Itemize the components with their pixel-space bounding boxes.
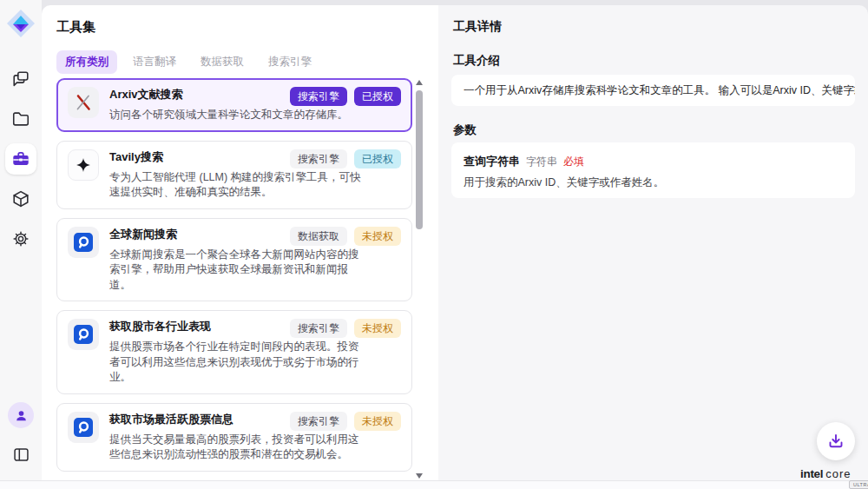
card-content: 全球新闻搜索 数据获取 未授权 全球新闻搜索是一个聚合全球各大新闻网站内容的搜索… [109, 227, 401, 294]
detail-title: 工具详情 [453, 19, 502, 35]
tool-card-tavily[interactable]: Tavily搜索 搜索引擎 已授权 专为人工智能代理 (LLM) 构建的搜索引擎… [56, 141, 412, 209]
arxiv-logo-icon [68, 87, 99, 118]
tool-name: 全球新闻搜索 [109, 227, 177, 241]
param-type: 字符串 [526, 155, 557, 169]
tool-card-stock-sectors[interactable]: 获取股市各行业表现 搜索引擎 未授权 提供股票市场各个行业在特定时间段内的表现。… [56, 310, 412, 394]
scroll-up-arrow-icon[interactable] [416, 80, 423, 85]
category-badge: 搜索引擎 [290, 412, 347, 431]
app-logo-icon [5, 8, 36, 39]
params-heading: 参数 [453, 122, 477, 138]
tool-name: Arxiv文献搜索 [109, 87, 183, 102]
tool-intro-box: 一个用于从Arxiv存储库搜索科学论文和文章的工具。 输入可以是Arxiv ID… [451, 75, 855, 106]
tool-card-arxiv[interactable]: Arxiv文献搜索 搜索引擎 已授权 访问各个研究领域大量科学论文和文章的存储库… [56, 78, 412, 132]
param-description: 用于搜索的Arxiv ID、关键字或作者姓名。 [464, 175, 843, 190]
bottom-edge-strip [0, 480, 868, 489]
page-title: 工具集 [56, 19, 95, 36]
download-icon [827, 433, 845, 450]
card-content: 获取市场最活跃股票信息 搜索引擎 未授权 提供当天交易量最高的股票列表，投资者可… [109, 412, 401, 463]
param-required-label: 必填 [563, 155, 584, 169]
tool-card-active-stocks[interactable]: 获取市场最活跃股票信息 搜索引擎 未授权 提供当天交易量最高的股票列表，投资者可… [56, 403, 412, 472]
user-avatar[interactable] [8, 402, 34, 428]
sidebar [0, 0, 42, 480]
tool-name: 获取股市各行业表现 [109, 319, 211, 334]
sidebar-item-tools[interactable] [5, 143, 36, 175]
gear-icon [11, 229, 30, 248]
tool-description: 提供股票市场各个行业在特定时间段内的表现。投资者可以利用这些信息来识别表现优于或… [109, 340, 363, 386]
intel-brand-text: intel [800, 467, 823, 480]
tool-intro-text: 一个用于从Arxiv存储库搜索科学论文和文章的工具。 输入可以是Arxiv ID… [464, 83, 855, 98]
list-scrollbar[interactable] [415, 78, 424, 480]
tab-data-fetching[interactable]: 数据获取 [192, 50, 253, 74]
ultra-badge: ultra [849, 480, 868, 489]
tool-card-global-news[interactable]: 全球新闻搜索 数据获取 未授权 全球新闻搜索是一个聚合全球各大新闻网站内容的搜索… [56, 218, 412, 302]
sparkle-icon [68, 149, 99, 181]
category-badge: 搜索引擎 [290, 149, 347, 169]
sidebar-item-chat[interactable] [5, 63, 36, 95]
sidebar-item-panel-toggle[interactable] [5, 439, 36, 470]
category-tabs: 所有类别 语言翻译 数据获取 搜索引擎 [56, 50, 320, 74]
tab-language-translation[interactable]: 语言翻译 [124, 50, 185, 74]
chat-icon [11, 69, 30, 89]
param-name: 查询字符串 [464, 154, 520, 169]
scroll-down-arrow-icon[interactable] [416, 473, 423, 479]
tool-name: 获取市场最活跃股票信息 [109, 412, 233, 426]
scrollbar-thumb[interactable] [416, 90, 423, 229]
panel-layout-icon [12, 446, 30, 464]
category-badge: 搜索引擎 [290, 87, 347, 106]
category-badge: 搜索引擎 [290, 319, 347, 338]
toolbox-icon [11, 149, 30, 169]
tool-list-panel: 工具集 所有类别 语言翻译 数据获取 搜索引擎 Arxiv文献搜索 搜索引擎 已… [42, 5, 438, 480]
q-search-icon [68, 227, 99, 258]
q-search-icon [68, 319, 99, 350]
auth-status-badge: 已授权 [354, 87, 401, 106]
tool-description: 提供当天交易量最高的股票列表，投资者可以利用这些信息来识别流动性强的股票和潜在的… [109, 433, 363, 463]
sidebar-item-settings[interactable] [5, 223, 36, 254]
download-button[interactable] [817, 422, 855, 460]
auth-status-badge: 已授权 [354, 149, 401, 169]
tab-search-engine[interactable]: 搜索引擎 [260, 50, 320, 74]
core-brand-text: core [825, 467, 851, 480]
tool-card-list: Arxiv文献搜索 搜索引擎 已授权 访问各个研究领域大量科学论文和文章的存储库… [56, 78, 412, 480]
folder-icon [11, 109, 30, 129]
q-search-icon [68, 412, 99, 443]
tab-all-categories[interactable]: 所有类别 [56, 50, 117, 74]
tool-description: 访问各个研究领域大量科学论文和文章的存储库。 [109, 108, 363, 123]
intel-core-logo: intel core ultra [800, 467, 852, 480]
tool-description: 全球新闻搜索是一个聚合全球各大新闻网站内容的搜索引擎，帮助用户快速获取全球最新资… [109, 248, 363, 294]
category-badge: 数据获取 [290, 227, 347, 246]
card-content: 获取股市各行业表现 搜索引擎 未授权 提供股票市场各个行业在特定时间段内的表现。… [109, 319, 401, 386]
sidebar-bottom [5, 402, 36, 480]
tool-description: 专为人工智能代理 (LLM) 构建的搜索引擎工具，可快速提供实时、准确和真实的结… [109, 170, 363, 201]
auth-status-badge: 未授权 [354, 412, 401, 431]
auth-status-badge: 未授权 [354, 227, 401, 246]
parameter-card: 查询字符串 字符串 必填 用于搜索的Arxiv ID、关键字或作者姓名。 [451, 142, 855, 198]
sidebar-item-files[interactable] [5, 103, 36, 135]
tool-detail-panel: 工具详情 工具介绍 一个用于从Arxiv存储库搜索科学论文和文章的工具。 输入可… [438, 5, 868, 480]
tool-name: Tavily搜索 [109, 149, 163, 164]
sidebar-nav [5, 63, 36, 263]
user-icon [14, 408, 29, 423]
auth-status-badge: 未授权 [354, 319, 401, 338]
package-icon [11, 189, 30, 208]
card-content: Tavily搜索 搜索引擎 已授权 专为人工智能代理 (LLM) 构建的搜索引擎… [109, 149, 401, 201]
sidebar-item-packages[interactable] [5, 183, 36, 215]
intro-heading: 工具介绍 [453, 53, 500, 69]
card-content: Arxiv文献搜索 搜索引擎 已授权 访问各个研究领域大量科学论文和文章的存储库… [109, 87, 401, 123]
